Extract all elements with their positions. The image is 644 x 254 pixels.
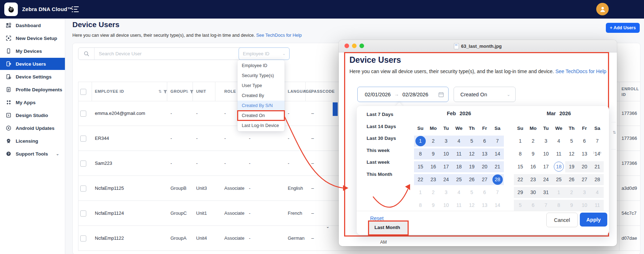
sidebar-item-profile-deployments[interactable]: Profile Deployments xyxy=(0,83,65,96)
row-checkbox[interactable] xyxy=(80,186,86,192)
sidebar-item-my-devices[interactable]: My Devices xyxy=(0,45,65,57)
calendar-day[interactable]: 24 xyxy=(440,174,453,185)
calendar-day[interactable]: 11 xyxy=(453,148,465,159)
search-input[interactable] xyxy=(94,51,244,56)
dropdown-option-created-by[interactable]: Created By xyxy=(237,91,285,101)
calendar-day[interactable]: 26 xyxy=(565,174,578,185)
calendar-day[interactable]: 17 xyxy=(540,161,552,172)
calendar-day[interactable]: 7 xyxy=(540,200,552,211)
calendar-day[interactable]: 18 xyxy=(453,161,465,172)
calendar-day[interactable]: 11 xyxy=(453,200,465,211)
apply-button[interactable]: Apply xyxy=(580,213,607,227)
calendar-day[interactable]: 20 xyxy=(578,161,591,172)
sidebar-item-new-device-setup[interactable]: New Device Setup xyxy=(0,32,65,44)
calendar-day[interactable]: 16 xyxy=(527,161,540,172)
reset-button[interactable]: Reset xyxy=(370,215,384,221)
dropdown-option-created-on[interactable]: Created On xyxy=(237,111,285,121)
dropdown-option-security-type-s-[interactable]: Security Type(s) xyxy=(237,71,285,81)
dropdown-option-last-log-in-device[interactable]: Last Log-In Device xyxy=(237,121,285,131)
date-range-input[interactable]: 02/01/2026 → 02/28/2026 xyxy=(357,87,449,102)
calendar-day[interactable]: 6 xyxy=(478,136,491,147)
calendar-day[interactable]: 3 xyxy=(540,136,552,147)
calendar-day[interactable]: 5 xyxy=(465,136,478,147)
calendar-day[interactable]: 13 xyxy=(578,148,591,159)
techdocs-help-link[interactable]: See TechDocs for Help xyxy=(555,68,606,74)
calendar-day[interactable]: 4 xyxy=(453,136,465,147)
date-from-value[interactable]: 02/01/2026 xyxy=(365,92,391,97)
select-all-checkbox[interactable] xyxy=(80,89,86,95)
sort-icon[interactable]: ⇅ xyxy=(158,82,162,101)
row-checkbox[interactable] xyxy=(80,235,86,242)
calendar-day[interactable]: 26 xyxy=(465,174,478,185)
preset-last-month-annotated[interactable]: Last Month xyxy=(369,221,408,235)
calendar-day-selected[interactable]: 28 xyxy=(491,174,504,185)
calendar-day[interactable]: 8 xyxy=(514,148,527,159)
row-checkbox[interactable] xyxy=(80,161,86,167)
calendar-day[interactable]: 29 xyxy=(514,187,527,198)
row-checkbox[interactable] xyxy=(80,111,86,117)
dropdown-option-employee-id[interactable]: Employee ID xyxy=(237,61,285,71)
calendar-day[interactable]: 11 xyxy=(591,200,604,211)
preset-last-week[interactable]: Last week xyxy=(367,159,390,165)
preset-last-7-days[interactable]: Last 7 Days xyxy=(367,112,393,117)
calendar-day[interactable]: 2 xyxy=(565,187,578,198)
filter-icon[interactable] xyxy=(163,82,167,101)
preset-this-week[interactable]: This week xyxy=(367,148,390,153)
calendar-day[interactable]: 20 xyxy=(478,161,491,172)
calendar-day[interactable]: 27 xyxy=(578,174,591,185)
calendar-day[interactable]: 9 xyxy=(427,148,440,159)
calendar-day[interactable]: 21 xyxy=(591,161,604,172)
sidebar-item-support-tools[interactable]: ?Support Tools⌄ xyxy=(0,148,65,160)
calendar-day[interactable]: 10 xyxy=(540,148,552,159)
calendar-day[interactable]: 7 xyxy=(491,136,504,147)
sidebar-item-licensing[interactable]: Licensing xyxy=(0,135,65,147)
calendar-day[interactable]: 4 xyxy=(453,187,465,198)
calendar-day[interactable]: 12 xyxy=(565,148,578,159)
calendar-day[interactable]: 23 xyxy=(527,174,540,185)
filter-icon[interactable] xyxy=(190,82,194,101)
date-field-select[interactable]: Created On ⌄ xyxy=(454,87,516,102)
calendar-day[interactable]: 5 xyxy=(465,187,478,198)
calendar-day[interactable]: 21 xyxy=(491,161,504,172)
dropdown-option-user-type[interactable]: User Type xyxy=(237,81,285,91)
sidebar-item-android-updates[interactable]: Android Updates xyxy=(0,122,65,134)
date-to-value[interactable]: 02/28/2026 xyxy=(403,92,429,97)
table-scrollbar-thumb[interactable] xyxy=(333,102,338,116)
calendar-day[interactable]: 11 xyxy=(552,148,565,159)
user-avatar[interactable] xyxy=(596,3,609,15)
collapse-sidebar-icon[interactable] xyxy=(71,6,79,13)
sidebar-item-device-settings[interactable]: Device Settings xyxy=(0,71,65,83)
calendar-day[interactable]: 1 xyxy=(514,136,527,147)
calendar-day[interactable]: 6 xyxy=(527,200,540,211)
calendar-day[interactable]: 16 xyxy=(427,161,440,172)
calendar-day[interactable]: 9 xyxy=(527,148,540,159)
calendar-day[interactable]: 8 xyxy=(414,148,427,159)
dropdown-option-created-by-s-n[interactable]: Created By S/N xyxy=(237,101,285,111)
calendar-day[interactable]: 13 xyxy=(478,148,491,159)
calendar-day[interactable]: 27 xyxy=(478,174,491,185)
calendar-day[interactable]: 10 xyxy=(578,200,591,211)
preset-this-month[interactable]: This Month xyxy=(367,172,392,177)
calendar-day[interactable]: 6 xyxy=(478,187,491,198)
sidebar-item-dashboard[interactable]: Dashboard xyxy=(0,19,65,31)
calendar-day[interactable]: 15 xyxy=(514,161,527,172)
calendar-day[interactable]: 24 xyxy=(540,174,552,185)
calendar-day[interactable]: 5 xyxy=(565,136,578,147)
sidebar-item-my-apps[interactable]: My Apps xyxy=(0,96,65,108)
add-users-button[interactable]: + Add Users xyxy=(606,23,640,33)
calendar-day[interactable]: 22 xyxy=(514,174,527,185)
calendar-day[interactable]: 10 xyxy=(440,148,453,159)
sidebar-item-device-users[interactable]: Device Users xyxy=(0,58,65,70)
preset-last-30-days[interactable]: Last 30 Days xyxy=(367,136,396,141)
calendar-day[interactable]: 14 xyxy=(491,200,504,211)
calendar-day[interactable]: 22 xyxy=(414,174,427,185)
calendar-day[interactable]: 25 xyxy=(552,174,565,185)
calendar-day[interactable]: 3 xyxy=(440,187,453,198)
calendar-day[interactable]: 1 xyxy=(414,187,427,198)
calendar-day[interactable]: 19 xyxy=(465,161,478,172)
calendar-day[interactable]: 7 xyxy=(591,136,604,147)
techdocs-help-link[interactable]: See TechDocs for Help xyxy=(256,33,302,38)
preset-last-14-days[interactable]: Last 14 Days xyxy=(367,124,396,129)
sort-icon[interactable]: ⇅ xyxy=(304,82,307,101)
calendar-day[interactable]: 9 xyxy=(565,200,578,211)
